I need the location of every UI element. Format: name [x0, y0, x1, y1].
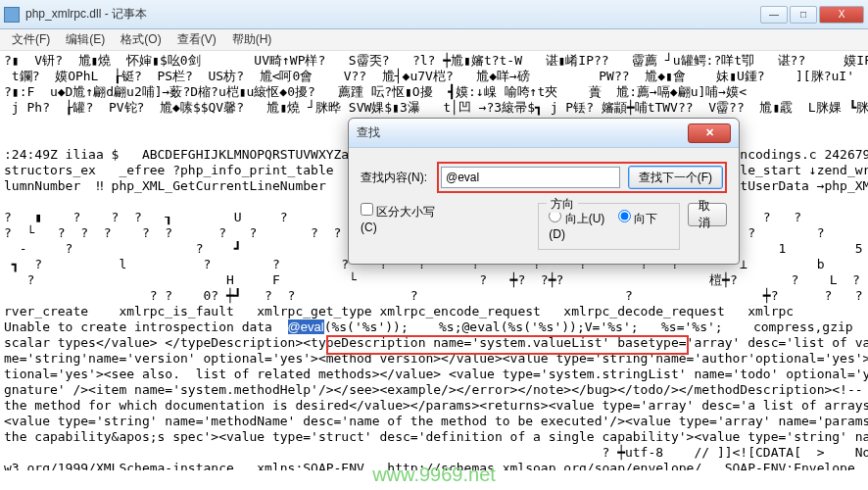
maximize-button[interactable]: □	[790, 6, 817, 24]
direction-up-option[interactable]: 向上(U)	[549, 212, 604, 225]
find-content-label: 查找内容(N):	[361, 170, 437, 186]
find-dialog: 查找 ✕ 查找内容(N): 查找下一个(F) 区分大小写(C) 方向 向上(U)…	[348, 118, 740, 265]
annotation-find-box: 查找下一个(F)	[437, 162, 727, 193]
direction-legend: 方向	[547, 196, 578, 213]
dialog-close-button[interactable]: ✕	[688, 123, 731, 143]
direction-down-radio[interactable]	[618, 210, 631, 222]
direction-group: 方向 向上(U) 向下(D)	[538, 203, 680, 250]
menu-format[interactable]: 格式(O)	[113, 29, 169, 50]
window-titlebar: php_xmlrpc.dll - 记事本 — □ X	[0, 0, 868, 29]
menu-file[interactable]: 文件(F)	[4, 29, 58, 50]
minimize-button[interactable]: —	[760, 6, 788, 24]
dialog-title: 查找	[357, 124, 688, 141]
match-case-option[interactable]: 区分大小写(C)	[361, 205, 435, 234]
selected-text: @eval	[288, 319, 324, 334]
window-title: php_xmlrpc.dll - 记事本	[25, 6, 758, 23]
menu-view[interactable]: 查看(V)	[169, 29, 224, 50]
find-content-input[interactable]	[441, 167, 620, 188]
match-case-checkbox[interactable]	[361, 203, 373, 216]
menu-edit[interactable]: 编辑(E)	[58, 29, 113, 50]
app-icon	[4, 7, 20, 23]
close-button[interactable]: X	[819, 6, 864, 24]
watermark-text: www.9969.net	[0, 464, 868, 486]
find-next-button[interactable]: 查找下一个(F)	[628, 166, 723, 189]
menu-bar: 文件(F) 编辑(E) 格式(O) 查看(V) 帮助(H)	[0, 29, 868, 51]
menu-help[interactable]: 帮助(H)	[224, 29, 280, 50]
dialog-titlebar: 查找 ✕	[349, 119, 739, 148]
cancel-button[interactable]: 取消	[688, 203, 727, 226]
